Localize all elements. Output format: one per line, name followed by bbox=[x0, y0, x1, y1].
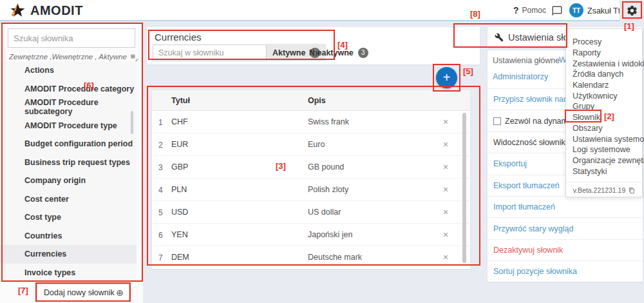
row-title: YEN bbox=[171, 230, 188, 239]
table-row[interactable]: 1 CHF Swiss frank × bbox=[152, 111, 470, 133]
table-row[interactable]: 2 EUR Euro × bbox=[152, 133, 470, 156]
delete-row-icon[interactable]: × bbox=[443, 184, 448, 195]
menu-item-procesy[interactable]: Procesy bbox=[566, 37, 642, 48]
sidebar-item-budget-period[interactable]: Budget configuration period bbox=[0, 135, 137, 153]
table-row[interactable]: 5 USD US dollar × bbox=[152, 201, 470, 224]
row-desc: Euro bbox=[308, 140, 325, 149]
row-title: PLN bbox=[171, 185, 187, 194]
circle-plus-icon: ⊕ bbox=[116, 288, 124, 298]
amodit-logo[interactable]: AMODIT bbox=[9, 2, 83, 19]
menu-item-organizacje-zewnetrzne[interactable]: Organizacje zewnętrzne bbox=[566, 155, 642, 166]
sidebar-filter-text: Zewnętrzne ,Wewnętrzne , Aktywne bbox=[9, 53, 127, 61]
menu-item-zrodla-danych[interactable]: Źródła danych bbox=[566, 69, 642, 80]
delete-row-icon[interactable]: × bbox=[443, 117, 448, 127]
chat-icon[interactable] bbox=[551, 5, 563, 17]
sidebar-item-cost-center[interactable]: Cost center bbox=[0, 190, 137, 209]
row-number: 1 bbox=[158, 118, 163, 127]
delete-row-icon[interactable]: × bbox=[443, 230, 448, 240]
sidebar-item-procedure-type[interactable]: AMODIT Procedure type bbox=[0, 117, 137, 135]
table-row[interactable]: 4 PLN Polish zloty × bbox=[152, 179, 470, 201]
help-button[interactable]: ? Pomoc bbox=[513, 5, 546, 15]
top-header: AMODIT ? Pomoc TT Zsakuł Ttob bbox=[0, 0, 644, 21]
menu-item-logi-systemowe[interactable]: Logi systemowe bbox=[566, 144, 642, 155]
row-title: GBP bbox=[171, 162, 188, 171]
menu-item-raporty[interactable]: Raporty bbox=[566, 48, 642, 59]
dictionary-title: Currencies bbox=[155, 32, 202, 43]
row-desc: GB pound bbox=[308, 162, 344, 171]
row-number: 2 bbox=[158, 141, 163, 150]
delete-row-icon[interactable]: × bbox=[443, 252, 448, 262]
version-text: v.Beta.221231.19 bbox=[573, 186, 626, 194]
row-title: CHF bbox=[171, 117, 188, 126]
checkbox-icon[interactable] bbox=[493, 117, 501, 125]
copy-icon[interactable] bbox=[629, 187, 635, 194]
menu-item-obszary[interactable]: Obszary bbox=[566, 123, 642, 134]
row-title: DEM bbox=[171, 253, 189, 262]
menu-item-slowniki[interactable]: Słowniki bbox=[566, 112, 642, 123]
active-filter-label: Aktywne bbox=[272, 48, 305, 57]
inactive-filter-button[interactable]: Nieaktywne 3 bbox=[303, 44, 374, 61]
sidebar-item-actions[interactable]: Actions bbox=[0, 61, 137, 80]
sidebar-item-procedure-category[interactable]: AMODIT Procedure category bbox=[0, 80, 137, 99]
row-desc: Japoński jen bbox=[308, 230, 353, 239]
row-number: 5 bbox=[158, 208, 163, 217]
visibility-label: Widoczność słownika: bbox=[493, 138, 572, 147]
deactivate-dictionary-link[interactable]: Dezaktywuj słownik bbox=[488, 239, 643, 260]
column-header-title: Tytuł bbox=[171, 96, 190, 105]
user-avatar[interactable]: TT bbox=[569, 3, 583, 17]
sidebar-scrollbar-thumb[interactable] bbox=[131, 111, 133, 134]
add-new-dictionary-button[interactable]: Dodaj nowy słownik ⊕ bbox=[37, 284, 129, 301]
row-number: 7 bbox=[158, 253, 163, 262]
table-scrollbar-thumb[interactable] bbox=[462, 113, 466, 263]
row-number: 3 bbox=[158, 163, 163, 172]
wrench-icon bbox=[495, 33, 504, 42]
tab-main-settings[interactable]: Ustawienia główne bbox=[493, 56, 560, 65]
row-title: USD bbox=[171, 208, 188, 217]
settings-gear-button[interactable] bbox=[620, 0, 644, 21]
sidebar-filter-row: Zewnętrzne ,Wewnętrzne , Aktywne ≡✓ bbox=[9, 52, 135, 61]
filter-list-icon[interactable]: ≡✓ bbox=[130, 52, 135, 61]
import-translations-link[interactable]: Import tłumaczeń bbox=[488, 196, 643, 217]
table-row[interactable]: 3 GBP GB pound × bbox=[152, 156, 470, 179]
table-row[interactable]: 7 DEM Deutsche mark × bbox=[152, 246, 470, 269]
add-entry-fab-button[interactable]: + bbox=[436, 67, 457, 88]
delete-row-icon[interactable]: × bbox=[443, 207, 448, 217]
delete-row-icon[interactable]: × bbox=[443, 139, 448, 150]
row-desc: Polish zloty bbox=[308, 185, 348, 194]
menu-item-grupy[interactable]: Grupy bbox=[566, 101, 642, 112]
sort-dictionary-items-link[interactable]: Sortuj pozycje słownika bbox=[488, 260, 643, 282]
plus-icon: + bbox=[443, 70, 451, 85]
sidebar-item-procedure-subcategory[interactable]: AMODIT Procedure subcategory bbox=[0, 98, 137, 117]
menu-item-zestawienia[interactable]: Zestawienia i widoki bbox=[566, 58, 642, 69]
dictionary-search-input[interactable] bbox=[153, 44, 267, 61]
sidebar-item-company-origin[interactable]: Company origin bbox=[0, 171, 137, 190]
sidebar-item-invoice-types[interactable]: Invoice types bbox=[0, 264, 137, 282]
table-row[interactable]: 6 YEN Japoński jen × bbox=[152, 224, 470, 246]
column-header-desc: Opis bbox=[308, 96, 326, 105]
sidebar-item-business-trip[interactable]: Business trip request types bbox=[0, 153, 137, 172]
help-icon: ? bbox=[513, 5, 519, 15]
restore-old-look-link[interactable]: Przywróć stary wygląd bbox=[488, 217, 643, 239]
inactive-filter-label: Nieaktywne bbox=[309, 48, 354, 57]
dictionary-sidebar: Zewnętrzne ,Wewnętrzne , Aktywne ≡✓ Acti… bbox=[0, 23, 143, 303]
help-label: Pomoc bbox=[522, 6, 546, 15]
menu-items: Procesy Raporty Zestawienia i widoki Źró… bbox=[566, 37, 642, 177]
sidebar-item-countries[interactable]: Countries bbox=[0, 227, 137, 246]
tab-administrators[interactable]: Administratorzy bbox=[493, 72, 548, 81]
menu-item-statystyki[interactable]: Statystyki bbox=[566, 166, 642, 177]
amodit-star-icon bbox=[9, 2, 26, 19]
menu-item-ustawienia-systemowe[interactable]: Ustawienia systemowe bbox=[566, 133, 642, 144]
delete-row-icon[interactable]: × bbox=[443, 162, 448, 172]
admin-settings-dropdown-menu: Procesy Raporty Zestawienia i widoki Źró… bbox=[565, 28, 643, 197]
row-desc: Deutsche mark bbox=[308, 253, 362, 262]
sidebar-item-currencies[interactable]: Currencies bbox=[0, 245, 137, 264]
menu-item-uzytkownicy[interactable]: Użytkownicy bbox=[566, 90, 642, 101]
version-row: v.Beta.221231.19 bbox=[566, 182, 642, 198]
sidebar-search-input[interactable] bbox=[8, 28, 135, 48]
sidebar-item-cost-type[interactable]: Cost type bbox=[0, 208, 137, 227]
row-desc: Swiss frank bbox=[308, 117, 349, 126]
menu-item-kalendarz[interactable]: Kalendarz bbox=[566, 80, 642, 91]
row-number: 4 bbox=[158, 186, 163, 195]
gear-icon bbox=[626, 5, 638, 17]
row-desc: US dollar bbox=[308, 208, 341, 217]
